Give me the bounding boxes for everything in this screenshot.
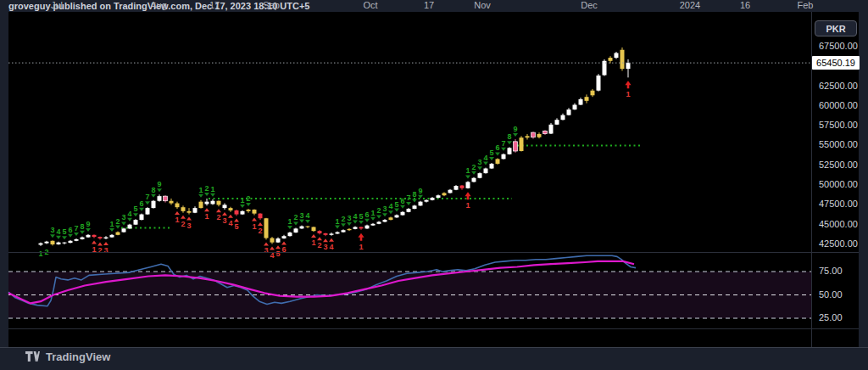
main-chart-canvas[interactable]: 3456789123456789121121234123456123456789… <box>0 0 868 370</box>
candle-body <box>175 204 180 208</box>
time-tick-label: Sep <box>251 0 292 10</box>
candle-body <box>294 228 298 233</box>
candle-body <box>531 132 536 137</box>
td-count-red: 3 <box>264 246 268 255</box>
td-count-green: 9 <box>86 220 90 228</box>
td-count-green: 2 <box>115 217 120 226</box>
time-tick-label: 17 <box>409 0 449 10</box>
time-tick-label: Aug <box>138 0 179 10</box>
price-tick-label: 45000.00 <box>819 219 858 229</box>
candle-body <box>39 244 43 245</box>
candle-body <box>146 208 150 214</box>
candle-body <box>514 142 518 151</box>
td-count-red: 2 <box>258 227 262 235</box>
candle-body <box>609 58 613 61</box>
td-count-green: 6 <box>400 197 404 205</box>
price-tick-label: 57500.00 <box>819 120 858 130</box>
candle-body <box>259 214 263 219</box>
td-count-red: 1 <box>175 216 179 224</box>
candle-body <box>466 182 470 188</box>
candle-body <box>549 125 554 134</box>
candle-body <box>353 227 358 228</box>
candle-body <box>217 201 221 205</box>
time-tick-label: 16 <box>725 0 765 10</box>
td-count-red: 1 <box>204 212 209 221</box>
td-count-green: 7 <box>145 193 149 201</box>
td-count-red: 2 <box>181 220 185 228</box>
candle-body <box>312 227 316 231</box>
td-count-green: 3 <box>382 205 387 213</box>
td-count-green: 9 <box>418 187 422 195</box>
candle-body <box>431 198 435 200</box>
td-count-green: 2 <box>246 194 250 203</box>
td-count-green: 1 <box>38 249 42 258</box>
td-count-green: 8 <box>151 186 155 194</box>
td-count-green: 3 <box>50 226 54 234</box>
candle-body <box>615 53 619 58</box>
td-count-green: 3 <box>121 213 125 221</box>
td-count-green: 2 <box>204 184 209 193</box>
candle-body <box>51 241 55 244</box>
td-count-red: 3 <box>186 221 191 230</box>
candle-body <box>561 115 565 121</box>
td-count-green: 6 <box>364 210 369 219</box>
candle-body <box>223 205 227 208</box>
candle-body <box>81 238 85 239</box>
tradingview-attribution[interactable]: TradingView <box>25 350 110 363</box>
td-count-green: 1 <box>335 217 339 226</box>
price-tick-label: 60000.00 <box>819 100 858 110</box>
price-tick-label: 55000.00 <box>819 139 858 149</box>
candle-body <box>276 238 281 243</box>
currency-button[interactable]: PKR <box>815 20 857 36</box>
td-count-green: 2 <box>341 215 345 223</box>
td-count-green: 8 <box>80 222 84 231</box>
candle-body <box>383 220 387 221</box>
candle-body <box>537 134 542 137</box>
candle-body <box>140 215 144 221</box>
time-tick-label: Feb <box>785 0 826 10</box>
td-count-red: 4 <box>329 243 333 251</box>
td-count-red: 4 <box>228 219 232 227</box>
time-tick-label: Oct <box>350 0 391 10</box>
td-count-green: 1 <box>210 185 214 193</box>
candle-body <box>478 173 482 178</box>
candle-body <box>128 225 132 229</box>
candle-body <box>496 159 500 164</box>
candle-body <box>425 200 429 202</box>
td-count-green: 5 <box>394 200 398 209</box>
candle-body <box>270 238 275 243</box>
time-tick-label: 2024 <box>670 0 710 10</box>
td-count-green: 1 <box>198 186 203 194</box>
chart-widget: groveguy published on TradingView.com, D… <box>0 0 868 370</box>
candle-body <box>591 91 595 96</box>
candle-body <box>69 241 73 243</box>
candle-body <box>235 210 239 215</box>
candle-body <box>484 169 488 174</box>
candle-body <box>324 233 328 235</box>
candle-body <box>626 63 631 69</box>
candle-body <box>282 236 287 238</box>
td-count-green: 4 <box>127 210 131 218</box>
candle-body <box>520 137 524 151</box>
candle-body <box>348 229 352 230</box>
td-count-green: 2 <box>376 206 381 215</box>
candle-body <box>193 208 198 213</box>
candle-body <box>377 221 381 223</box>
candle-body <box>526 136 530 137</box>
td-count-green: 2 <box>471 163 476 171</box>
candle-body <box>371 224 376 226</box>
candle-body <box>336 233 340 234</box>
td-count-green: 3 <box>347 214 351 222</box>
tradingview-logo-icon <box>25 351 40 362</box>
candle-body <box>164 196 168 201</box>
price-tick-label: 62500.00 <box>819 81 858 91</box>
candle-body <box>110 235 114 238</box>
td-count-green: 6 <box>495 143 499 152</box>
candle-body <box>543 131 548 133</box>
td-count-green: 9 <box>513 125 517 133</box>
price-tick-label: 47500.00 <box>819 199 858 209</box>
candle-body <box>508 148 512 154</box>
candle-body <box>585 97 589 101</box>
candle-body <box>247 210 251 211</box>
candle-body <box>158 196 162 201</box>
